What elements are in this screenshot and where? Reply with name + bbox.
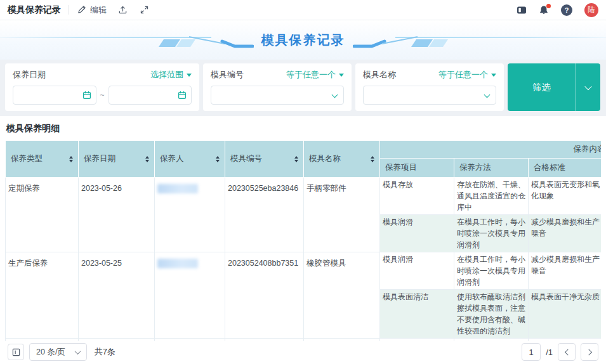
filter-date-label: 保养日期 xyxy=(13,69,46,81)
column-settings-button[interactable] xyxy=(8,344,24,360)
table-scroll-area[interactable]: 保养类型 保养日期 保养人 模具编号 模具名称 xyxy=(5,140,601,341)
cell-standard: 模具表面无变形和氧化现象 xyxy=(529,178,602,215)
column-header-mold-name: 模具名称 xyxy=(304,141,380,178)
cell-standard: 减少模具磨损和生产噪音 xyxy=(529,215,602,252)
column-header-mold-no: 模具编号 xyxy=(225,141,304,178)
filter-submit-split-button: 筛选 xyxy=(508,63,600,111)
column-group-header-maintenance-content: 保养内容 xyxy=(380,141,602,159)
cell-item: 模具润滑 xyxy=(380,252,454,290)
filter-bar: 保养日期 选择范围 ~ xyxy=(0,60,606,116)
cell-item: 模具存放 xyxy=(380,178,454,215)
page-size-value: 20 条/页 xyxy=(36,347,65,358)
prev-page-button[interactable] xyxy=(558,343,576,361)
total-count: 共7条 xyxy=(95,346,115,358)
cell-mold-name: 橡胶管模具 xyxy=(304,252,380,339)
mold-name-select-input[interactable] xyxy=(364,86,496,104)
user-avatar[interactable]: 陆 xyxy=(584,3,598,17)
filter-submit-caret-button[interactable] xyxy=(576,63,600,111)
fullscreen-button[interactable] xyxy=(140,5,150,15)
banner-decoration-left xyxy=(159,27,254,53)
caret-down-icon xyxy=(339,74,344,77)
redacted-name xyxy=(157,184,198,193)
calendar-icon xyxy=(178,91,187,102)
cell-method: 在模具工作时，每小时喷涂一次模具专用润滑剂 xyxy=(454,215,529,252)
maintenance-table: 保养类型 保养日期 保养人 模具编号 模具名称 xyxy=(5,140,601,341)
table-settings-icon xyxy=(11,348,21,357)
cell-maintenance-type: 生产后保养 xyxy=(6,252,79,339)
top-bar: 模具保养记录 编辑 ? 陆 xyxy=(0,0,606,20)
filter-card-mold-name: 模具名称 等于任意一个 xyxy=(355,63,504,111)
table-row: 定期保养2023-05-2620230525eba23846手柄零部件模具存放存… xyxy=(6,178,602,215)
filter-mold-name-label: 模具名称 xyxy=(363,69,396,81)
column-header-method: 保养方法 xyxy=(454,159,529,178)
cell-method: 在模具工作时，每小时喷涂一次模具专用润滑剂 xyxy=(454,252,529,290)
cell-maintainer xyxy=(155,252,225,339)
pager: 1 /1 xyxy=(522,343,598,361)
page-title: 模具保养记录 xyxy=(261,32,345,49)
cell-standard: 模具表面干净无杂质 xyxy=(529,290,602,339)
window-title: 模具保养记录 xyxy=(8,4,61,16)
page-size-select[interactable]: 20 条/页 xyxy=(29,343,87,361)
mold-no-select[interactable] xyxy=(211,86,344,105)
filter-submit-button[interactable]: 筛选 xyxy=(508,63,576,111)
edit-button[interactable]: 编辑 xyxy=(77,4,107,16)
sort-icon[interactable] xyxy=(371,156,374,162)
sidebar-toggle-icon[interactable] xyxy=(517,5,527,15)
cell-maintainer xyxy=(155,178,225,252)
export-button[interactable] xyxy=(118,5,128,15)
redacted-name xyxy=(157,259,198,268)
column-header-maintenance-type: 保养类型 xyxy=(6,141,79,178)
main-panel: 模具保养明细 保养类型 保养日期 保养人 xyxy=(0,116,606,364)
cell-item: 模具表面清洁 xyxy=(380,290,454,339)
column-header-item: 保养项目 xyxy=(380,159,454,178)
cell-mold-no: 2023052408bb7351 xyxy=(225,252,304,339)
cell-maintenance-date: 2023-05-25 xyxy=(79,252,155,339)
topbar-right-group: ? 陆 xyxy=(517,3,598,17)
date-end-field xyxy=(109,86,192,105)
cell-standard: 减少模具磨损和生产噪音 xyxy=(529,252,602,290)
filter-mold-no-operator-dropdown[interactable]: 等于任意一个 xyxy=(286,69,344,81)
chevron-right-icon xyxy=(586,349,592,355)
section-title: 模具保养明细 xyxy=(5,116,601,140)
edit-button-label: 编辑 xyxy=(90,4,107,16)
page-banner: 模具保养记录 xyxy=(0,20,606,60)
column-header-standard: 合格标准 xyxy=(529,159,602,178)
notification-dot xyxy=(546,4,551,8)
calendar-icon xyxy=(82,91,91,102)
sort-icon[interactable] xyxy=(216,156,220,162)
table-body: 定期保养2023-05-2620230525eba23846手柄零部件模具存放存… xyxy=(6,178,602,342)
filter-card-mold-no: 模具编号 等于任意一个 xyxy=(203,63,352,111)
divider xyxy=(69,5,69,15)
cell-mold-no: 20230525eba23846 xyxy=(225,178,304,252)
filter-date-operator-dropdown[interactable]: 选择范围 xyxy=(150,69,192,81)
sort-icon[interactable] xyxy=(145,156,149,162)
mold-no-select-input[interactable] xyxy=(211,86,343,104)
cell-method: 使用软布蘸取清洁剂擦拭模具表面，注意不要使用含有酸、碱性较强的清洁剂 xyxy=(454,290,529,339)
cell-maintenance-date: 2023-05-26 xyxy=(79,178,155,252)
table-row: 生产后保养2023-05-252023052408bb7351橡胶管模具模具润滑… xyxy=(6,252,602,290)
filter-mold-name-operator-dropdown[interactable]: 等于任意一个 xyxy=(438,69,496,81)
current-page-input[interactable]: 1 xyxy=(522,343,541,361)
caret-down-icon xyxy=(187,74,192,77)
mold-name-select[interactable] xyxy=(363,86,496,105)
next-page-button[interactable] xyxy=(581,343,598,361)
filter-mold-no-label: 模具编号 xyxy=(211,69,244,81)
sort-icon[interactable] xyxy=(294,156,298,162)
pencil-icon xyxy=(77,5,87,15)
notifications-button[interactable] xyxy=(539,5,549,15)
date-range-separator: ~ xyxy=(100,91,105,100)
chevron-down-icon xyxy=(74,348,81,354)
sort-icon[interactable] xyxy=(69,156,73,162)
cell-item: 模具润滑 xyxy=(380,215,454,252)
date-start-field xyxy=(13,86,96,105)
chevron-down-icon xyxy=(584,82,591,89)
app-window: 模具保养记录 编辑 ? 陆 xyxy=(0,0,606,364)
pagination-bar: 20 条/页 共7条 1 /1 xyxy=(5,341,601,364)
help-button[interactable]: ? xyxy=(561,4,572,16)
fullscreen-icon xyxy=(140,5,150,15)
upload-icon xyxy=(118,5,128,15)
column-header-maintenance-date: 保养日期 xyxy=(79,141,155,178)
cell-mold-name: 手柄零部件 xyxy=(304,178,380,252)
chevron-left-icon xyxy=(564,349,570,355)
column-header-maintainer: 保养人 xyxy=(155,141,225,178)
